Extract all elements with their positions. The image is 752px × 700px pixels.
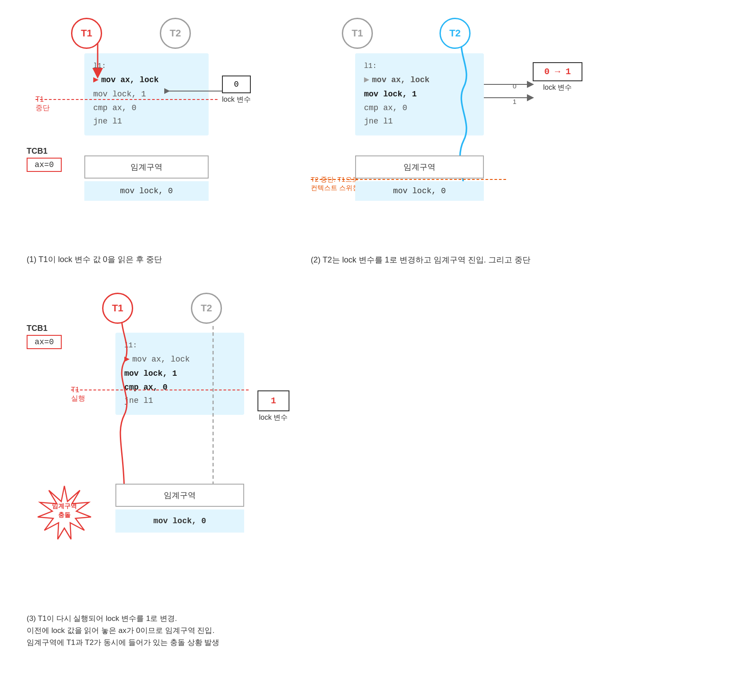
caption-diag1: (1) T1이 lock 변수 값 0을 읽은 후 중단 xyxy=(27,254,162,265)
code-line3-diag1: cmp ax, 0 xyxy=(93,101,200,115)
critical-box-diag3: 임계구역 xyxy=(115,484,244,507)
lock-box-diag3: 1 lock 변수 xyxy=(257,390,289,422)
t1-annotation-diag1: T1 중단 xyxy=(36,95,50,113)
bottom-row: T1 T2 TCB1 ax=0 l1: ▶ xyxy=(9,293,743,649)
t1-circle-diag3: T1 xyxy=(102,293,133,324)
starburst-diag3: 임계구역 충돌 xyxy=(36,484,93,544)
critical-box-diag2: 임계구역 xyxy=(355,155,484,179)
t1-arrow-diag3 xyxy=(113,308,135,508)
t2-circle-diag3: T2 xyxy=(191,293,222,324)
page-container: T1 T2 l1: ▶ mov ax, lock mov lock, 1 xyxy=(9,9,743,649)
critical-code-diag3: mov lock, 0 xyxy=(115,509,244,533)
critical-code-diag1: mov lock, 0 xyxy=(84,181,209,201)
caption-diag2: (2) T2는 lock 변수를 1로 변경하고 임계구역 진입. 그리고 중단 xyxy=(311,254,530,266)
critical-code-diag2: mov lock, 0 xyxy=(355,181,484,201)
diagram-1: T1 T2 l1: ▶ mov ax, lock mov lock, 1 xyxy=(27,18,284,249)
lock-box-diag1: 0 lock 변수 xyxy=(222,76,251,104)
svg-text:임계구역: 임계구역 xyxy=(52,502,77,509)
top-row: T1 T2 l1: ▶ mov ax, lock mov lock, 1 xyxy=(9,9,743,275)
t2-dashed-line-diag2 xyxy=(311,179,506,180)
t1-circle-diag2: T1 xyxy=(342,18,373,49)
lock-arrows-diag2 xyxy=(484,76,535,107)
t1-dashed-line-diag1 xyxy=(36,99,218,100)
diagram-2-wrapper: T1 T2 l1: ▶ mov ax, lock mov lock, 1 xyxy=(311,18,621,266)
diagram-2: T1 T2 l1: ▶ mov ax, lock mov lock, 1 xyxy=(311,18,621,249)
tcb1-diag3: TCB1 ax=0 xyxy=(27,324,62,349)
lock-box-diag2: 0 → 1 lock 변수 xyxy=(533,62,582,92)
starburst-svg: 임계구역 충돌 xyxy=(36,484,93,541)
diagram-3-wrapper: T1 T2 TCB1 ax=0 l1: ▶ xyxy=(27,293,315,649)
critical-box-diag1: 임계구역 xyxy=(84,155,209,179)
diagram-1-wrapper: T1 T2 l1: ▶ mov ax, lock mov lock, 1 xyxy=(27,18,284,266)
t2-circle-diag1: T2 xyxy=(160,18,191,49)
t2-circle-diag2: T2 xyxy=(439,18,471,49)
t2-annotation-diag2: T2 중단. T1으로 컨텍스트 스위칭 xyxy=(311,175,359,192)
t1-circle-diag1: T1 xyxy=(71,18,102,49)
svg-text:충돌: 충돌 xyxy=(58,511,71,518)
t1-annotation-diag3: T1 실행 xyxy=(71,386,85,403)
lock-arrow-diag1 xyxy=(164,84,224,98)
diagram-3: T1 T2 TCB1 ax=0 l1: ▶ xyxy=(27,293,315,604)
caption-diag3: (3) T1이 다시 실행되어 lock 변수를 1로 변경. 이전에 lock… xyxy=(27,612,219,649)
code-line4-diag1: jne l1 xyxy=(93,115,200,128)
tcb1-diag1: TCB1 ax=0 xyxy=(27,147,62,172)
